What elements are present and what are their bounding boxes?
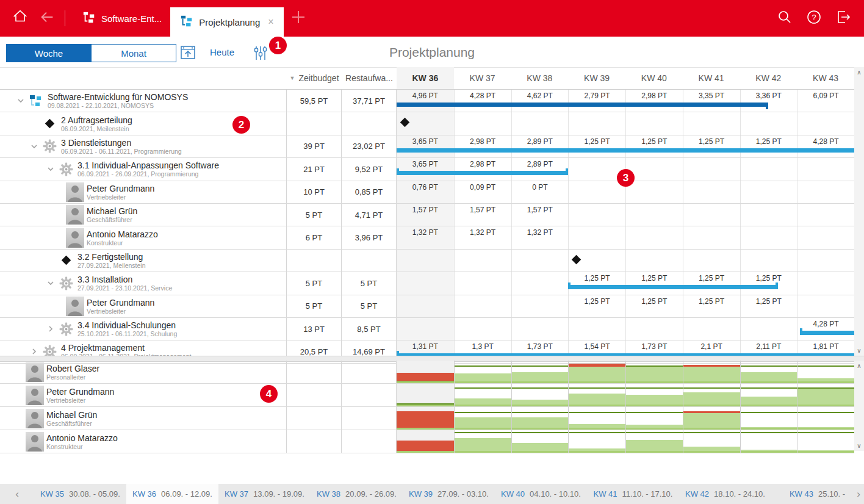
effort-cell (683, 204, 740, 226)
plus-icon[interactable] (290, 9, 307, 28)
resource-row[interactable]: Michael GrünGeschäftsführer (0, 407, 854, 430)
timeline-week-kw35[interactable]: KW 3530.08. - 05.09. (34, 484, 126, 504)
capacity-cell (625, 430, 683, 453)
timeline-week-kw43[interactable]: KW 4325.10. - (771, 484, 863, 504)
heute-button[interactable]: Heute (210, 47, 234, 57)
task-row[interactable]: 3.4 Individual-Schulungen25.10.2021 - 06… (0, 318, 854, 340)
capacity-cell (511, 407, 569, 430)
week-header-kw43[interactable]: KW 43 (797, 67, 854, 89)
filter-triangle-icon[interactable]: ▼ (289, 75, 295, 81)
chevron-down-icon[interactable] (30, 142, 38, 151)
tab-projektplanung[interactable]: Projektplanung × (170, 7, 283, 37)
effort-cell: 1,25 PT (568, 272, 625, 294)
chevron-down-icon[interactable] (46, 279, 55, 287)
week-header-kw40[interactable]: KW 40 (625, 67, 683, 89)
week-header-kw38[interactable]: KW 38 (511, 67, 569, 89)
task-title: Peter Grundmann (87, 298, 154, 308)
avatar (66, 205, 84, 225)
gantt-bar[interactable] (397, 171, 568, 175)
home-icon[interactable] (11, 8, 29, 29)
restaufwand-value: 4,71 PT (342, 204, 397, 226)
task-row[interactable]: 3.3 Installation27.09.2021 - 23.10.2021,… (0, 272, 854, 295)
logout-icon[interactable] (835, 9, 852, 28)
week-header-kw39[interactable]: KW 39 (568, 67, 625, 89)
zeitbudget-value: 39 PT (287, 135, 342, 157)
gantt-bar[interactable] (800, 331, 854, 335)
resource-role: Geschäftsführer (46, 420, 97, 427)
timeline-week-kw40[interactable]: KW 4004.10. - 10.10. (495, 484, 587, 504)
effort-cell (797, 112, 854, 134)
resource-panel-scrollbar[interactable]: ∧ ∨ (854, 361, 864, 451)
week-header-kw41[interactable]: KW 41 (683, 67, 740, 89)
week-header-kw42[interactable]: KW 42 (740, 67, 797, 89)
effort-cell: 1,57 PT (397, 204, 454, 226)
week-header-kw36[interactable]: KW 36 (397, 67, 454, 89)
task-title: 3.3 Installation (77, 275, 172, 284)
zeitbudget-value: 10 PT (287, 181, 342, 203)
effort-cell: 1,25 PT (740, 272, 797, 294)
chevron-right-icon[interactable] (30, 347, 38, 356)
timeline-week-kw37[interactable]: KW 3713.09. - 19.09. (218, 484, 311, 504)
restaufwand-value (342, 112, 397, 134)
effort-cell (511, 250, 569, 272)
tab-software-entwicklung[interactable]: Software-Ent... (74, 0, 170, 37)
task-row[interactable]: 3.2 Fertigstellung27.09.2021, Meilenstei… (0, 250, 854, 272)
task-title: 3.1 Individual-Anpassungen Software (77, 160, 219, 170)
restaufwand-value: 9,52 PT (342, 158, 397, 180)
scroll-up-icon[interactable]: ∧ (857, 67, 861, 77)
resource-row[interactable]: Peter GrundmannVertriebsleiter (0, 384, 854, 407)
timeline-week-kw36[interactable]: KW 3606.09. - 12.09. (126, 484, 218, 504)
capacity-cell (454, 361, 511, 383)
timeline-week-kw41[interactable]: KW 4111.10. - 17.10. (587, 484, 679, 504)
resource-row[interactable]: Robert GlaserPersonalleiter (0, 361, 854, 384)
task-row[interactable]: 2 Auftragserteilung06.09.2021, Meilenste… (0, 112, 854, 135)
woche-button[interactable]: Woche (7, 45, 91, 62)
gantt-bar[interactable] (397, 103, 768, 107)
calendar-export-icon[interactable] (179, 44, 196, 63)
week-header-kw37[interactable]: KW 37 (454, 67, 511, 89)
scroll-up-icon[interactable]: ∧ (857, 361, 861, 371)
monat-button[interactable]: Monat (91, 45, 176, 62)
main-grid-scrollbar[interactable]: ∧ ∨ (854, 67, 864, 356)
search-icon[interactable] (776, 9, 793, 28)
chevron-down-icon[interactable] (16, 96, 25, 105)
gantt-bar[interactable] (397, 148, 854, 153)
scroll-down-icon[interactable]: ∨ (857, 345, 861, 356)
timeline-prev-icon[interactable]: ‹ (0, 488, 34, 500)
scroll-down-icon[interactable]: ∨ (857, 441, 861, 451)
resource-role: Personalleiter (46, 373, 99, 381)
avatar (66, 297, 84, 316)
task-row[interactable]: Peter GrundmannVertriebsleiter10 PT0,85 … (0, 181, 854, 204)
callout-badge-2: 2 (232, 116, 250, 134)
timeline-week-kw39[interactable]: KW 3927.09. - 03.10. (403, 484, 495, 504)
restaufwand-value: 23,02 PT (342, 135, 397, 157)
task-row[interactable]: 3 Dienstleistungen06.09.2021 - 06.11.202… (0, 135, 854, 158)
capacity-cell (397, 361, 454, 383)
task-row[interactable]: Antonio MatarazzoKonstrukteur6 PT3,96 PT… (0, 226, 854, 249)
capacity-cell (454, 407, 511, 430)
project-icon (29, 93, 43, 108)
resource-role: Konstrukteur (46, 443, 118, 450)
column-zeitbudget[interactable]: ▼Zeitbudget (287, 67, 342, 89)
chevron-right-icon[interactable] (46, 325, 55, 333)
effort-cell (740, 158, 797, 180)
resource-name: Peter Grundmann (46, 387, 114, 397)
effort-cell: 2,98 PT (454, 135, 511, 157)
gantt-bar[interactable] (568, 285, 778, 289)
task-row[interactable]: Michael GrünGeschäftsführer5 PT4,71 PT1,… (0, 204, 854, 226)
task-row[interactable]: Software-Entwicklung für NOMOSYS09.08.20… (0, 90, 854, 112)
effort-cell (454, 295, 511, 317)
help-icon[interactable]: ? (805, 9, 823, 28)
timeline-week-kw42[interactable]: KW 4218.10. - 24.10. (679, 484, 771, 504)
filter-sliders-icon[interactable] (253, 45, 268, 63)
timeline-week-kw38[interactable]: KW 3820.09. - 26.09. (311, 484, 403, 504)
task-row[interactable]: 3.1 Individual-Anpassungen Software06.09… (0, 158, 854, 181)
column-restaufwand[interactable]: Restaufwa... (342, 67, 397, 89)
task-row[interactable]: Peter GrundmannVertriebsleiter5 PT5 PT1,… (0, 295, 854, 318)
close-tab-icon[interactable]: × (268, 16, 273, 27)
resource-row[interactable]: Antonio MatarazzoKonstrukteur (0, 430, 854, 453)
timeline-next-icon[interactable]: › (853, 484, 860, 504)
chevron-down-icon[interactable] (46, 165, 55, 173)
arrow-left-icon[interactable] (38, 9, 56, 27)
effort-cell: 2,79 PT (568, 90, 625, 112)
